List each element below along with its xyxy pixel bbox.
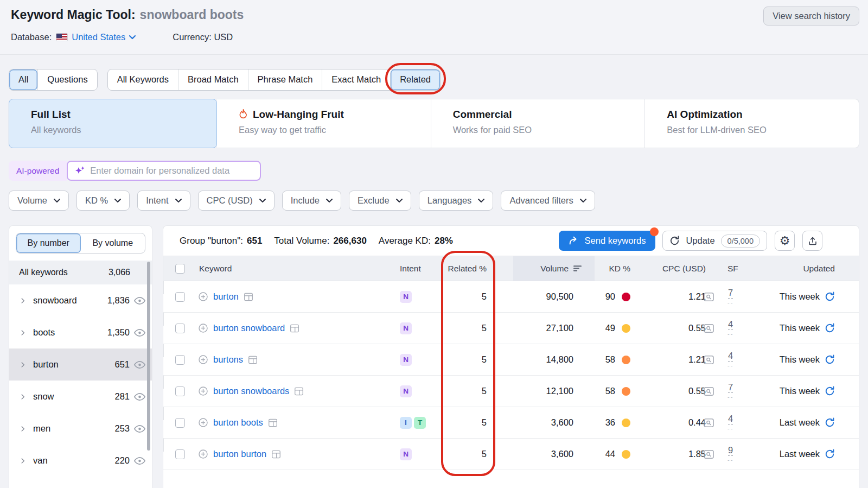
- serp-icon[interactable]: [244, 293, 253, 301]
- keyword-link[interactable]: burton burton: [213, 449, 266, 459]
- filter-exclude[interactable]: Exclude: [349, 191, 411, 211]
- toggle-by-number[interactable]: By number: [16, 233, 81, 253]
- add-keyword-icon[interactable]: [198, 291, 208, 302]
- add-keyword-icon[interactable]: [198, 323, 208, 333]
- eye-icon[interactable]: [134, 424, 145, 433]
- sidebar-item-men[interactable]: men 253: [9, 413, 152, 445]
- eye-icon[interactable]: [134, 457, 145, 465]
- sidebar-item-snowboard[interactable]: snowboard 1,836: [9, 284, 152, 316]
- column-sf[interactable]: SF: [727, 256, 738, 281]
- filter-intent[interactable]: Intent: [137, 191, 190, 211]
- chevron-right-icon[interactable]: [19, 393, 27, 401]
- sidebar-all-keywords-row[interactable]: All keywords 3,066: [9, 261, 152, 284]
- sf-count-link[interactable]: 9: [728, 445, 733, 457]
- serp-icon[interactable]: [290, 324, 299, 333]
- serp-snapshot-icon[interactable]: [703, 281, 714, 312]
- sidebar-item-van[interactable]: van 220: [9, 445, 152, 477]
- chevron-right-icon[interactable]: [19, 329, 27, 337]
- select-all-checkbox[interactable]: [175, 264, 185, 274]
- serp-snapshot-icon[interactable]: [703, 407, 714, 438]
- filter-cpc-usd[interactable]: CPC (USD): [198, 191, 275, 211]
- filter-kd[interactable]: KD %: [76, 191, 130, 211]
- sf-count-link[interactable]: 4: [728, 319, 733, 331]
- refresh-icon[interactable]: [825, 417, 835, 428]
- serp-icon[interactable]: [248, 356, 258, 364]
- tab-questions[interactable]: Questions: [37, 69, 97, 90]
- sf-count-link[interactable]: 4: [728, 414, 733, 425]
- add-keyword-icon[interactable]: [198, 354, 208, 365]
- serp-snapshot-icon[interactable]: [703, 344, 714, 375]
- toggle-by-volume[interactable]: By volume: [81, 233, 145, 253]
- filter-volume[interactable]: Volume: [9, 191, 69, 211]
- eye-icon[interactable]: [134, 360, 145, 369]
- sf-count-link[interactable]: 4: [728, 351, 733, 362]
- keyword-link[interactable]: burtons: [213, 354, 243, 365]
- tab-phrase-match[interactable]: Phrase Match: [248, 69, 322, 90]
- refresh-icon[interactable]: [825, 291, 835, 302]
- card-full-list[interactable]: Full List All keywords: [9, 99, 217, 148]
- refresh-icon[interactable]: [825, 386, 835, 396]
- tab-all-keywords[interactable]: All Keywords: [108, 69, 178, 90]
- add-keyword-icon[interactable]: [198, 386, 208, 396]
- tab-broad-match[interactable]: Broad Match: [178, 69, 248, 90]
- serp-icon[interactable]: [294, 387, 304, 396]
- column-cpc[interactable]: CPC (USD): [662, 256, 706, 281]
- add-keyword-icon[interactable]: [198, 417, 208, 428]
- tab-exact-match[interactable]: Exact Match: [322, 69, 390, 90]
- serp-snapshot-icon[interactable]: [703, 439, 714, 470]
- sf-count-link[interactable]: 7: [728, 288, 733, 299]
- sidebar-item-boots[interactable]: boots 1,350: [9, 316, 152, 348]
- serp-snapshot-icon[interactable]: [703, 376, 714, 407]
- filter-include[interactable]: Include: [282, 191, 341, 211]
- card-ai-optimization[interactable]: AI Optimization Best for LLM-driven SEO: [644, 99, 859, 148]
- export-button[interactable]: [802, 231, 822, 251]
- row-checkbox[interactable]: [175, 355, 185, 365]
- keyword-link[interactable]: burton: [213, 291, 239, 302]
- eye-icon[interactable]: [134, 328, 145, 337]
- serp-icon[interactable]: [271, 450, 281, 459]
- column-volume[interactable]: Volume: [540, 256, 582, 281]
- sf-count-link[interactable]: 7: [728, 382, 733, 394]
- keyword-link[interactable]: burton snowboard: [213, 323, 285, 333]
- column-kd[interactable]: KD %: [609, 256, 630, 281]
- column-intent[interactable]: Intent: [400, 256, 421, 281]
- column-updated[interactable]: Updated: [803, 256, 835, 281]
- serp-snapshot-icon[interactable]: [703, 313, 714, 344]
- update-button[interactable]: Update 0/5,000: [662, 231, 767, 251]
- domain-input[interactable]: Enter domain for personalized data: [67, 161, 261, 181]
- chevron-right-icon[interactable]: [19, 361, 27, 369]
- filter-languages[interactable]: Languages: [419, 191, 494, 211]
- sidebar-item-snow[interactable]: snow 281: [9, 381, 152, 413]
- sidebar-scrollbar[interactable]: [147, 262, 150, 451]
- row-checkbox[interactable]: [175, 324, 185, 333]
- chevron-right-icon[interactable]: [19, 297, 27, 305]
- chevron-right-icon[interactable]: [19, 457, 27, 465]
- card-commercial[interactable]: Commercial Works for paid SEO: [431, 99, 645, 148]
- eye-icon[interactable]: [134, 392, 145, 401]
- eye-icon[interactable]: [134, 296, 145, 305]
- refresh-icon[interactable]: [825, 354, 835, 365]
- keyword-link[interactable]: burton boots: [213, 417, 263, 428]
- database-selector[interactable]: United States: [56, 32, 136, 42]
- tab-related[interactable]: Related: [390, 69, 440, 90]
- tab-all[interactable]: All: [9, 69, 37, 90]
- add-keyword-icon[interactable]: [198, 449, 208, 459]
- column-related[interactable]: Related %: [448, 256, 487, 281]
- refresh-icon[interactable]: [825, 449, 835, 459]
- sidebar-item-burton[interactable]: burton 651: [9, 348, 152, 381]
- column-keyword[interactable]: Keyword: [199, 256, 232, 281]
- keyword-link[interactable]: burton snowboards: [213, 386, 289, 396]
- view-search-history-button[interactable]: View search history: [763, 7, 859, 26]
- row-checkbox[interactable]: [175, 449, 185, 459]
- row-checkbox[interactable]: [175, 418, 185, 428]
- serp-icon[interactable]: [268, 419, 278, 427]
- filter-advanced-filters[interactable]: Advanced filters: [501, 191, 595, 211]
- row-checkbox[interactable]: [175, 292, 185, 302]
- settings-button[interactable]: ⚙: [775, 231, 795, 251]
- row-checkbox[interactable]: [175, 386, 185, 396]
- refresh-icon[interactable]: [825, 323, 835, 333]
- card-low-hanging-fruit[interactable]: Low-Hanging Fruit Easy way to get traffi…: [217, 99, 431, 148]
- send-keywords-button[interactable]: Send keywords: [559, 231, 656, 251]
- related-percent-value: 5: [482, 281, 487, 312]
- chevron-right-icon[interactable]: [19, 425, 27, 433]
